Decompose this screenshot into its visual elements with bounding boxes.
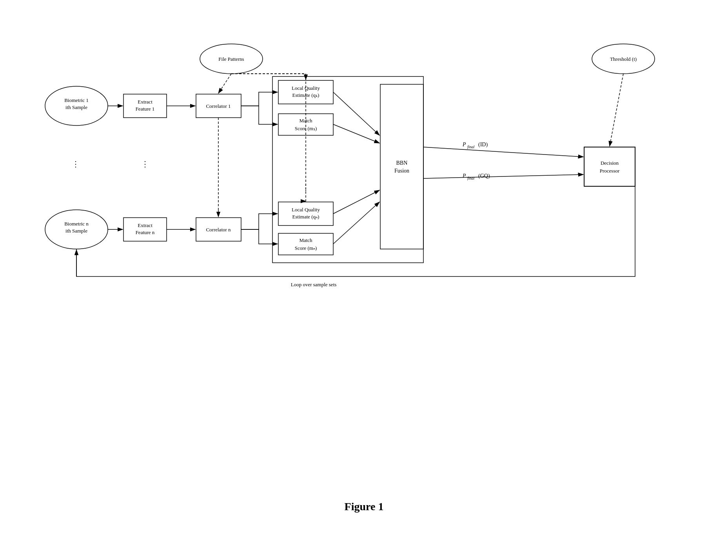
svg-text:Match: Match — [299, 237, 312, 243]
svg-text:Biometric 1: Biometric 1 — [64, 97, 89, 103]
svg-text:Threshold (t): Threshold (t) — [610, 56, 637, 62]
svg-text:Correlator 1: Correlator 1 — [206, 103, 231, 109]
svg-text:P: P — [462, 142, 466, 147]
svg-line-31 — [333, 92, 379, 135]
decision-processor-node — [584, 147, 635, 186]
svg-line-35 — [423, 147, 583, 157]
match-scoreN-node — [278, 233, 333, 255]
svg-text:File Patterns: File Patterns — [218, 56, 244, 62]
svg-text:P: P — [462, 173, 466, 179]
svg-text:ith Sample: ith Sample — [65, 228, 87, 234]
svg-text:BBN: BBN — [396, 160, 408, 166]
svg-text:Local Quality: Local Quality — [292, 207, 320, 213]
svg-text:Extract: Extract — [138, 222, 152, 228]
figure-caption: Figure 1 — [0, 500, 728, 513]
svg-text:ith Sample: ith Sample — [65, 104, 87, 110]
svg-text:(ID): (ID) — [478, 142, 488, 148]
svg-text:Correlator n: Correlator n — [206, 227, 231, 233]
svg-text:⋮: ⋮ — [141, 160, 149, 168]
svg-text:Loop over sample sets: Loop over sample sets — [291, 282, 337, 287]
svg-text:Biometric n: Biometric n — [64, 221, 89, 227]
svg-text:final: final — [467, 145, 475, 149]
svg-text:(GQ): (GQ) — [478, 173, 490, 179]
svg-line-34 — [333, 202, 379, 244]
svg-line-44 — [218, 74, 231, 93]
svg-text:Extract: Extract — [138, 99, 152, 105]
svg-text:Score (mₙ): Score (mₙ) — [295, 245, 317, 251]
svg-line-36 — [423, 175, 583, 178]
svg-line-32 — [333, 124, 379, 143]
svg-line-43 — [610, 74, 623, 146]
svg-text:Fusion: Fusion — [394, 168, 409, 174]
svg-text:final: final — [467, 176, 475, 180]
svg-text:⋮: ⋮ — [72, 160, 80, 168]
svg-text:⋮: ⋮ — [302, 183, 310, 192]
diagram-container: Biometric 1 ith Sample Biometric n ith S… — [39, 31, 686, 337]
svg-text:Decision: Decision — [601, 160, 619, 166]
svg-text:Feature n: Feature n — [136, 229, 155, 235]
svg-line-33 — [333, 190, 379, 214]
bbn-fusion-node — [380, 84, 423, 249]
svg-text:Estimate (qₙ): Estimate (qₙ) — [292, 214, 320, 220]
caption-text: Figure 1 — [345, 500, 384, 513]
svg-text:Processor: Processor — [600, 168, 620, 174]
svg-text:Feature 1: Feature 1 — [136, 106, 155, 112]
